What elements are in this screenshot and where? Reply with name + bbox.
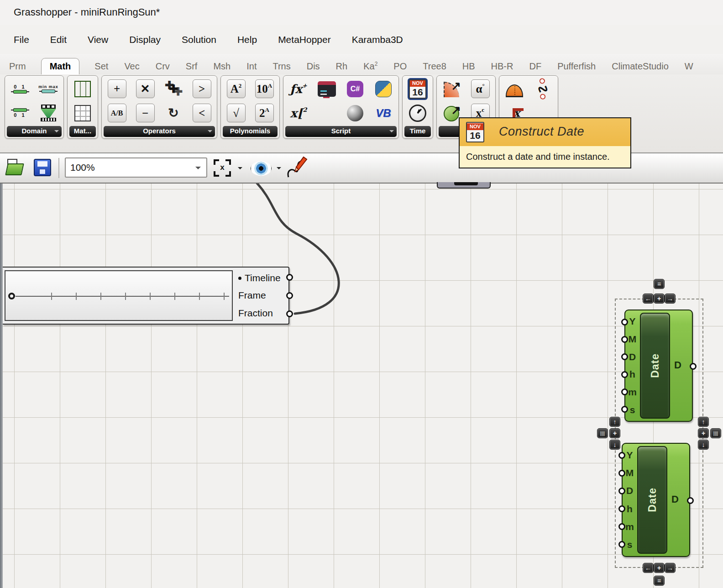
smaller-than-icon[interactable]: < bbox=[193, 104, 211, 122]
radians-arc-icon[interactable]: ↗ bbox=[443, 80, 461, 98]
construct-domain-icon[interactable]: 0 1 bbox=[13, 84, 27, 94]
deconstruct-domain-icon[interactable]: 0 1 bbox=[13, 108, 27, 118]
menu-item-help[interactable]: Help bbox=[237, 34, 257, 45]
tab-trns[interactable]: Trns bbox=[272, 58, 291, 74]
graph-mapper-icon[interactable]: ∿ bbox=[533, 79, 552, 99]
ribbon-group-caption-domain[interactable]: Domain bbox=[7, 126, 62, 137]
group-dropdown-icon[interactable] bbox=[389, 130, 394, 135]
power-icon[interactable]: A2 bbox=[227, 79, 246, 98]
save-file-icon[interactable] bbox=[34, 159, 51, 176]
ribbon-group-caption-matrix[interactable]: Mat... bbox=[69, 126, 96, 137]
tab-dis[interactable]: Dis bbox=[306, 58, 321, 74]
widget-up-left[interactable]: ↑ bbox=[609, 417, 620, 427]
output-grip-fraction[interactable] bbox=[286, 310, 293, 317]
gate-loop-icon[interactable]: ↻ bbox=[168, 105, 178, 121]
widget-down-left[interactable]: ↓ bbox=[609, 440, 620, 450]
output-grip-timeline[interactable] bbox=[286, 274, 293, 281]
open-file-icon[interactable] bbox=[6, 159, 24, 175]
ribbon-group-caption-time[interactable]: Time bbox=[404, 126, 431, 137]
menu-item-display[interactable]: Display bbox=[129, 34, 161, 45]
partial-component-top[interactable] bbox=[437, 182, 491, 189]
matrix-empty-icon[interactable] bbox=[74, 105, 91, 121]
widget-insert-top[interactable]: + bbox=[654, 294, 665, 304]
group-dropdown-icon[interactable] bbox=[54, 130, 59, 135]
menu-item-karamba3d[interactable]: Karamba3D bbox=[352, 34, 403, 45]
widget-distribute-right[interactable]: |||| bbox=[710, 428, 721, 438]
alpha-angle-icon[interactable]: α° bbox=[471, 79, 490, 98]
preview-options-caret-icon[interactable] bbox=[277, 167, 281, 172]
python-icon[interactable] bbox=[375, 81, 392, 97]
menu-item-view[interactable]: View bbox=[88, 34, 108, 45]
widget-right-bottom[interactable]: → bbox=[665, 563, 676, 573]
ribbon-group-caption-polynomials[interactable]: Polynomials bbox=[223, 126, 278, 137]
power-of-2-icon[interactable]: 2A bbox=[255, 104, 274, 122]
variable-x-icon[interactable]: x[2 bbox=[290, 106, 307, 120]
menu-item-file[interactable]: File bbox=[14, 34, 29, 45]
division-icon[interactable]: A/B bbox=[108, 104, 126, 122]
zoom-options-caret-icon[interactable] bbox=[238, 167, 242, 172]
menu-item-metahopper[interactable]: MetaHopper bbox=[278, 34, 331, 45]
output-grip-frame[interactable] bbox=[286, 292, 293, 299]
zoom-level-combobox[interactable]: 100% bbox=[65, 158, 207, 178]
timeline-knob[interactable] bbox=[8, 293, 15, 299]
tab-climatestudio[interactable]: ClimateStudio bbox=[611, 58, 670, 74]
ribbon-group-caption-operators[interactable]: Operators bbox=[104, 126, 215, 137]
divide-domain-icon[interactable] bbox=[41, 105, 56, 121]
power-of-10-icon[interactable]: 10A bbox=[255, 79, 274, 98]
similarity-icon[interactable]: ✚ bbox=[169, 83, 178, 95]
menu-item-solution[interactable]: Solution bbox=[182, 34, 216, 45]
zoom-extents-icon[interactable]: x bbox=[214, 159, 231, 177]
vb-script-icon[interactable]: VB bbox=[376, 107, 391, 120]
tab-ka[interactable]: Ka2 bbox=[362, 58, 378, 74]
minmax-bounds-icon[interactable]: min max bbox=[38, 84, 58, 93]
tab-w[interactable]: W bbox=[684, 58, 694, 74]
widget-list-top[interactable]: ≡ bbox=[654, 279, 665, 289]
larger-than-icon[interactable]: > bbox=[193, 79, 211, 98]
group-dropdown-icon[interactable] bbox=[208, 130, 212, 135]
timeline-component[interactable]: TimelineFrameFraction bbox=[3, 267, 289, 325]
degrees-circle-icon[interactable]: ↗ bbox=[443, 104, 461, 122]
csharp-icon[interactable]: C# bbox=[347, 81, 363, 97]
tab-set[interactable]: Set bbox=[94, 58, 109, 74]
widget-up-right[interactable]: ↑ bbox=[698, 417, 709, 427]
clock-icon[interactable] bbox=[409, 105, 426, 122]
menu-item-edit[interactable]: Edit bbox=[50, 34, 67, 45]
widget-left-top[interactable]: ← bbox=[643, 294, 654, 304]
preview-eye-icon[interactable] bbox=[251, 161, 272, 176]
matrix-icon[interactable] bbox=[74, 81, 91, 97]
expression-icon[interactable]: ƒx+ bbox=[290, 82, 307, 96]
tab-vec[interactable]: Vec bbox=[123, 58, 140, 74]
code-editor-icon[interactable] bbox=[318, 81, 336, 97]
sketch-pen-icon[interactable] bbox=[287, 156, 309, 180]
tab-po[interactable]: PO bbox=[393, 58, 408, 74]
widget-left-bottom[interactable]: ← bbox=[643, 563, 654, 573]
tab-hb-r[interactable]: HB-R bbox=[490, 58, 514, 74]
widget-insert-left[interactable]: + bbox=[609, 428, 620, 438]
widget-down-right[interactable]: ↓ bbox=[698, 440, 709, 450]
widget-insert-bottom[interactable]: + bbox=[654, 563, 665, 573]
tab-df[interactable]: DF bbox=[528, 58, 542, 74]
tab-prm[interactable]: Prm bbox=[8, 58, 27, 74]
tab-tree8[interactable]: Tree8 bbox=[422, 58, 447, 74]
tab-msh[interactable]: Msh bbox=[212, 58, 231, 74]
multiplication-icon[interactable]: ✕ bbox=[136, 79, 155, 98]
gaussian-icon[interactable] bbox=[506, 84, 523, 97]
widget-list-bottom[interactable]: ≡ bbox=[654, 576, 665, 586]
tab-int[interactable]: Int bbox=[246, 58, 257, 74]
tab-pufferfish[interactable]: Pufferfish bbox=[556, 58, 597, 74]
ribbon-group-caption-script[interactable]: Script bbox=[285, 126, 397, 137]
tab-hb[interactable]: HB bbox=[461, 58, 476, 74]
ghpython-sphere-icon[interactable] bbox=[347, 105, 363, 121]
subtraction-icon[interactable]: − bbox=[136, 104, 155, 122]
addition-icon[interactable]: + bbox=[108, 79, 126, 98]
construct-date-icon[interactable]: NOV16 bbox=[409, 79, 426, 99]
tab-rh[interactable]: Rh bbox=[335, 58, 349, 74]
combobox-caret-icon[interactable] bbox=[195, 167, 201, 172]
widget-right-top[interactable]: → bbox=[665, 294, 676, 304]
definition-canvas[interactable]: TimelineFrameFraction YMDhmsDateD YMDhms… bbox=[0, 183, 723, 588]
widget-insert-right[interactable]: + bbox=[698, 428, 709, 438]
timeline-ruler[interactable] bbox=[5, 270, 233, 321]
tab-srf[interactable]: Srf bbox=[185, 58, 199, 74]
square-root-icon[interactable]: √ bbox=[227, 104, 246, 122]
widget-distribute-left[interactable]: |||| bbox=[597, 428, 608, 438]
